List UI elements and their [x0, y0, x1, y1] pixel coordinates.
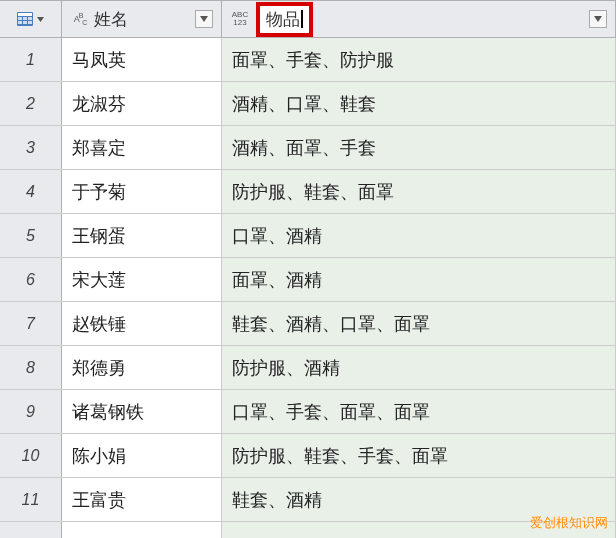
watermark: 爱创根知识网 — [530, 514, 608, 532]
table-row[interactable]: 5王钢蛋口罩、酒精 — [0, 214, 616, 258]
table-row[interactable]: 6宋大莲面罩、酒精 — [0, 258, 616, 302]
svg-rect-2 — [18, 17, 22, 20]
row-index[interactable]: 3 — [0, 126, 62, 169]
row-index[interactable]: 11 — [0, 478, 62, 521]
cell-name[interactable]: 赵铁锤 — [62, 302, 222, 345]
row-selector-header[interactable] — [0, 1, 62, 37]
text-cursor — [301, 10, 303, 28]
svg-rect-3 — [23, 17, 27, 20]
cell-items[interactable]: 面罩、酒精 — [222, 258, 616, 301]
cell-name[interactable]: 郑喜定 — [62, 126, 222, 169]
filter-dropdown-items[interactable] — [589, 10, 607, 28]
table-row-partial[interactable] — [0, 522, 616, 538]
row-index[interactable]: 9 — [0, 390, 62, 433]
table-icon — [17, 12, 33, 26]
table-header-row: ABC 姓名 ABC 123 物品 — [0, 0, 616, 38]
text-type-icon: ABC — [70, 11, 90, 27]
cell-items[interactable]: 酒精、口罩、鞋套 — [222, 82, 616, 125]
row-index[interactable] — [0, 522, 62, 538]
cell-name[interactable]: 王钢蛋 — [62, 214, 222, 257]
chevron-down-icon — [200, 16, 208, 22]
cell-items[interactable]: 防护服、酒精 — [222, 346, 616, 389]
column-header-items[interactable]: ABC 123 物品 — [222, 1, 616, 37]
cell-name[interactable]: 马凤英 — [62, 38, 222, 81]
table-row[interactable]: 10陈小娟防护服、鞋套、手套、面罩 — [0, 434, 616, 478]
table-row[interactable]: 3郑喜定酒精、面罩、手套 — [0, 126, 616, 170]
row-index[interactable]: 8 — [0, 346, 62, 389]
cell-name[interactable]: 郑德勇 — [62, 346, 222, 389]
cell-name[interactable]: 宋大莲 — [62, 258, 222, 301]
cell-items[interactable]: 酒精、面罩、手套 — [222, 126, 616, 169]
column-header-name[interactable]: ABC 姓名 — [62, 1, 222, 37]
svg-rect-1 — [18, 13, 32, 16]
cell-items[interactable]: 面罩、手套、防护服 — [222, 38, 616, 81]
svg-rect-6 — [23, 21, 27, 24]
chevron-down-icon — [37, 17, 44, 22]
cell-items[interactable]: 防护服、鞋套、手套、面罩 — [222, 434, 616, 477]
table-row[interactable]: 2龙淑芬酒精、口罩、鞋套 — [0, 82, 616, 126]
chevron-down-icon — [594, 16, 602, 22]
table-row[interactable]: 7赵铁锤鞋套、酒精、口罩、面罩 — [0, 302, 616, 346]
row-index[interactable]: 5 — [0, 214, 62, 257]
cell-items[interactable]: 鞋套、酒精、口罩、面罩 — [222, 302, 616, 345]
table-row[interactable]: 4于予菊防护服、鞋套、面罩 — [0, 170, 616, 214]
cell-name[interactable]: 陈小娟 — [62, 434, 222, 477]
cell-items[interactable]: 口罩、手套、面罩、面罩 — [222, 390, 616, 433]
column-name-label: 姓名 — [94, 8, 195, 31]
mixed-type-icon: ABC 123 — [230, 11, 250, 27]
filter-dropdown-name[interactable] — [195, 10, 213, 28]
row-index[interactable]: 10 — [0, 434, 62, 477]
table-row[interactable]: 1马凤英面罩、手套、防护服 — [0, 38, 616, 82]
svg-rect-7 — [28, 21, 32, 24]
cell-name[interactable]: 王富贵 — [62, 478, 222, 521]
row-index[interactable]: 2 — [0, 82, 62, 125]
cell-name[interactable] — [62, 522, 222, 538]
cell-name[interactable]: 诸葛钢铁 — [62, 390, 222, 433]
svg-rect-4 — [28, 17, 32, 20]
column-rename-input[interactable]: 物品 — [256, 2, 313, 37]
cell-items[interactable]: 防护服、鞋套、面罩 — [222, 170, 616, 213]
cell-name[interactable]: 龙淑芬 — [62, 82, 222, 125]
table-row[interactable]: 9诸葛钢铁口罩、手套、面罩、面罩 — [0, 390, 616, 434]
row-index[interactable]: 6 — [0, 258, 62, 301]
cell-items[interactable]: 口罩、酒精 — [222, 214, 616, 257]
table-row[interactable]: 8郑德勇防护服、酒精 — [0, 346, 616, 390]
cell-name[interactable]: 于予菊 — [62, 170, 222, 213]
data-table: ABC 姓名 ABC 123 物品 — [0, 0, 616, 538]
row-index[interactable]: 7 — [0, 302, 62, 345]
column-items-label: 物品 — [266, 8, 300, 31]
row-index[interactable]: 4 — [0, 170, 62, 213]
table-row[interactable]: 11王富贵鞋套、酒精 — [0, 478, 616, 522]
row-index[interactable]: 1 — [0, 38, 62, 81]
svg-rect-5 — [18, 21, 22, 24]
